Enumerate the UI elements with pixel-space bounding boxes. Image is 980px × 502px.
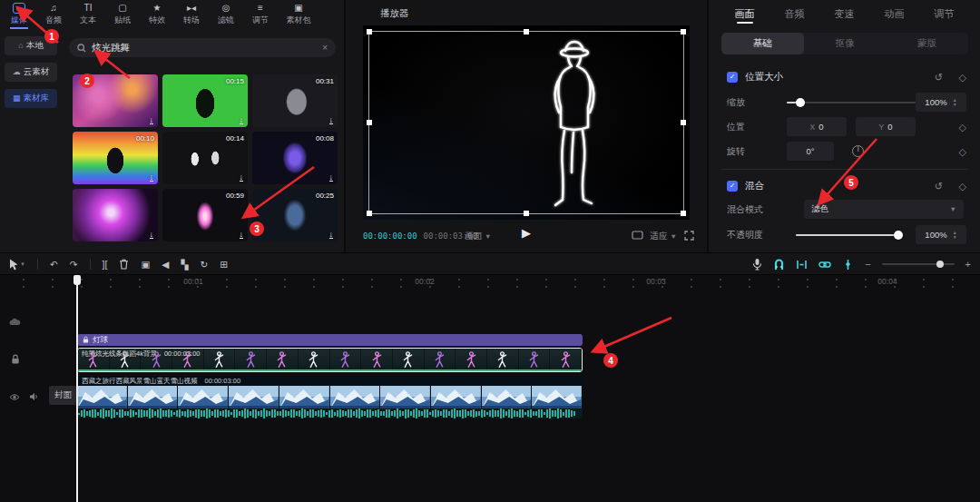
selection-handle[interactable] bbox=[681, 211, 686, 216]
top-nav-item-素材包[interactable]: ▣素材包 bbox=[278, 0, 319, 29]
selection-handle[interactable] bbox=[367, 211, 372, 216]
blend-mode-dropdown[interactable]: 滤色 ▼ bbox=[804, 200, 964, 219]
download-icon[interactable]: ↓ bbox=[150, 173, 154, 182]
search-input[interactable]: 炫光跳舞 bbox=[92, 42, 317, 54]
search-box[interactable]: 炫光跳舞 × bbox=[69, 38, 336, 57]
download-icon[interactable]: ↓ bbox=[329, 116, 334, 124]
media-thumbnail[interactable]: 00:31↓ bbox=[252, 74, 338, 127]
position-y-field[interactable]: Y 0 bbox=[856, 117, 916, 136]
keyframe-diamond-icon[interactable]: ◇ bbox=[959, 71, 966, 83]
top-nav-item-转场[interactable]: ▸◂转场 bbox=[174, 0, 209, 29]
reverse-icon[interactable]: ◀ bbox=[162, 260, 169, 270]
delete-icon[interactable] bbox=[119, 259, 129, 270]
media-thumbnail[interactable]: 00:15↓ bbox=[162, 74, 248, 127]
redo-icon[interactable]: ↷ bbox=[70, 260, 78, 270]
zoom-out-icon[interactable]: − bbox=[865, 259, 870, 270]
overlay-video-clip[interactable]: 纯黑炫光线条舞蹈4k背景 00:00:03:00 bbox=[77, 348, 583, 372]
cloud-icon[interactable] bbox=[9, 314, 21, 329]
top-nav-item-滤镜[interactable]: ◎滤镜 bbox=[209, 0, 243, 29]
position-x-field[interactable]: X 0 bbox=[787, 117, 847, 136]
selection-handle[interactable] bbox=[524, 29, 529, 34]
lock-icon[interactable] bbox=[11, 352, 20, 367]
speaker-icon[interactable] bbox=[29, 389, 39, 404]
sidebar-item-云素材[interactable]: ☁云素材 bbox=[5, 63, 57, 82]
microphone-icon[interactable] bbox=[752, 258, 762, 271]
mirror-icon[interactable]: ▚ bbox=[181, 260, 188, 270]
media-thumbnail[interactable]: 00:08↓ bbox=[252, 132, 338, 184]
crop-icon[interactable]: ⊞ bbox=[220, 260, 228, 270]
reset-icon[interactable]: ↺ bbox=[935, 71, 943, 83]
clear-search-icon[interactable]: × bbox=[322, 43, 328, 53]
top-nav-item-特效[interactable]: ★特效 bbox=[140, 0, 174, 29]
selection-handle[interactable] bbox=[367, 120, 372, 125]
timeline-zoom-slider[interactable] bbox=[882, 260, 955, 269]
playhead-handle[interactable] bbox=[74, 275, 81, 285]
tab-变速[interactable]: 变速 bbox=[835, 0, 855, 27]
timeline-ruler[interactable]: 00:0100:0200:0300:04 bbox=[0, 275, 980, 289]
sidebar-item-本地[interactable]: ⌂本地 bbox=[5, 36, 57, 55]
main-video-clip[interactable]: 西藏之旅行西藏风景雪山蓝天雪山视频 00:00:03:00 bbox=[77, 376, 583, 418]
preview-canvas[interactable] bbox=[363, 25, 690, 220]
snap-toggle-icon[interactable] bbox=[796, 259, 808, 271]
freeze-frame-icon[interactable]: ▣ bbox=[141, 260, 150, 270]
top-nav-item-贴纸[interactable]: ▢贴纸 bbox=[105, 0, 140, 29]
tab-动画[interactable]: 动画 bbox=[885, 0, 905, 27]
keyframe-diamond-icon[interactable]: ◇ bbox=[959, 145, 966, 157]
top-nav-item-媒体[interactable]: ▶媒体 bbox=[2, 0, 36, 29]
subtab-蒙版[interactable]: 蒙版 bbox=[886, 33, 968, 54]
media-thumbnail[interactable]: 00:14↓ bbox=[162, 132, 248, 184]
fit-dropdown[interactable]: 适应▼ bbox=[651, 231, 677, 242]
quality-dropdown[interactable]: 画面▼ bbox=[465, 227, 491, 245]
download-icon[interactable]: ↓ bbox=[240, 231, 244, 239]
preview-axis-icon[interactable] bbox=[842, 259, 854, 271]
download-icon[interactable]: ↓ bbox=[240, 116, 244, 124]
eye-icon[interactable] bbox=[9, 389, 20, 404]
tab-音频[interactable]: 音频 bbox=[785, 0, 805, 27]
selection-handle[interactable] bbox=[367, 29, 372, 34]
zoom-slider-knob[interactable] bbox=[936, 261, 944, 268]
download-icon[interactable]: ↓ bbox=[150, 116, 154, 124]
top-nav-item-文本[interactable]: TI文本 bbox=[71, 0, 105, 29]
subtab-抠像[interactable]: 抠像 bbox=[804, 33, 887, 54]
blend-checkbox[interactable]: ✓ bbox=[727, 181, 738, 192]
opacity-slider[interactable] bbox=[796, 230, 903, 241]
selection-handle[interactable] bbox=[681, 120, 686, 125]
canvas-ratio-icon[interactable] bbox=[632, 231, 643, 241]
rotation-value[interactable]: 0° bbox=[787, 142, 834, 161]
media-thumbnail[interactable]: 00:25↓ bbox=[252, 189, 338, 241]
tab-画面[interactable]: 画面 bbox=[735, 0, 755, 27]
subtab-基础[interactable]: 基础 bbox=[721, 33, 804, 54]
position-size-checkbox[interactable]: ✓ bbox=[727, 72, 738, 83]
opacity-value[interactable]: 100% ▲▼ bbox=[916, 225, 966, 244]
playhead[interactable] bbox=[76, 275, 78, 502]
media-thumbnail[interactable]: ↓ bbox=[73, 74, 158, 127]
tab-调节[interactable]: 调节 bbox=[935, 0, 955, 27]
select-tool-icon[interactable]: ▼ bbox=[9, 259, 25, 271]
rotate-icon[interactable]: ↻ bbox=[201, 260, 209, 270]
reset-icon[interactable]: ↺ bbox=[935, 180, 943, 192]
top-nav-item-音频[interactable]: ♫音频 bbox=[36, 0, 71, 29]
download-icon[interactable]: ↓ bbox=[240, 173, 244, 182]
selection-handle[interactable] bbox=[524, 211, 529, 216]
selection-handle[interactable] bbox=[681, 29, 686, 34]
top-nav-item-调节[interactable]: ≡调节 bbox=[243, 0, 278, 29]
split-icon[interactable]: ][ bbox=[103, 260, 108, 270]
fullscreen-icon[interactable] bbox=[684, 231, 694, 242]
keyframe-diamond-icon[interactable]: ◇ bbox=[959, 180, 966, 192]
stepper-arrows-icon[interactable]: ▲▼ bbox=[953, 98, 957, 106]
media-thumbnail[interactable]: 00:10↓ bbox=[73, 132, 158, 184]
media-thumbnail[interactable]: ↓ bbox=[73, 189, 158, 241]
selection-rect[interactable] bbox=[368, 31, 684, 214]
download-icon[interactable]: ↓ bbox=[329, 231, 334, 239]
zoom-in-icon[interactable]: + bbox=[965, 259, 971, 270]
cover-button[interactable]: 封面 bbox=[49, 386, 77, 405]
link-toggle-icon[interactable] bbox=[818, 259, 831, 271]
scale-value[interactable]: 100% ▲▼ bbox=[916, 93, 966, 112]
stepper-arrows-icon[interactable]: ▲▼ bbox=[953, 231, 957, 239]
download-icon[interactable]: ↓ bbox=[150, 231, 154, 239]
scale-slider[interactable] bbox=[787, 97, 925, 108]
magnet-toggle-icon[interactable] bbox=[773, 259, 785, 271]
sidebar-item-素材库[interactable]: ▦素材库 bbox=[5, 89, 57, 108]
keyframe-diamond-icon[interactable]: ◇ bbox=[959, 121, 966, 133]
effect-track-clip[interactable]: 灯球 bbox=[77, 334, 583, 346]
